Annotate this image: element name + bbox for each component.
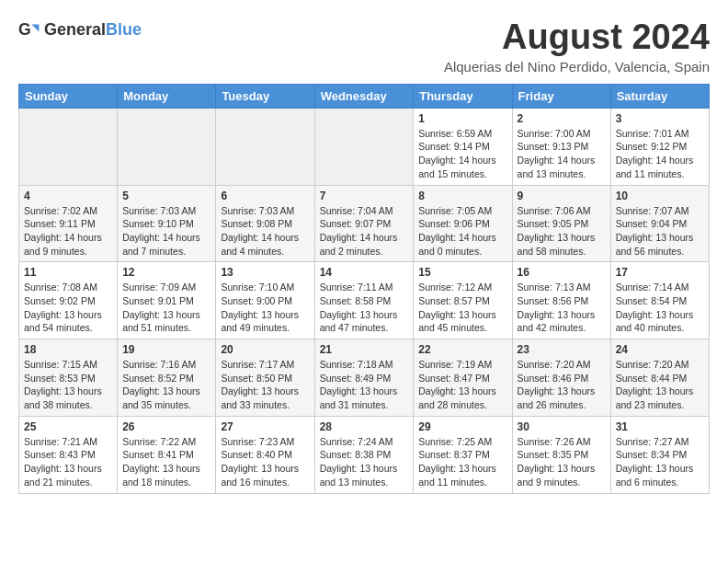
day-info: Sunrise: 7:09 AMSunset: 9:01 PMDaylight:… (122, 281, 210, 335)
table-cell (314, 108, 414, 185)
col-saturday: Saturday (610, 84, 709, 108)
table-cell (216, 108, 314, 185)
day-info: Sunrise: 7:20 AMSunset: 8:46 PMDaylight:… (518, 358, 606, 412)
day-number: 23 (518, 343, 606, 356)
day-info: Sunrise: 7:00 AMSunset: 9:13 PMDaylight:… (518, 127, 606, 181)
table-cell (118, 108, 216, 185)
day-info: Sunrise: 7:21 AMSunset: 8:43 PMDaylight:… (24, 435, 112, 489)
day-info: Sunrise: 7:14 AMSunset: 8:54 PMDaylight:… (616, 281, 704, 335)
day-info: Sunrise: 7:23 AMSunset: 8:40 PMDaylight:… (221, 435, 309, 489)
day-info: Sunrise: 7:17 AMSunset: 8:50 PMDaylight:… (221, 358, 309, 412)
month-year-title: August 2024 (444, 18, 710, 57)
day-info: Sunrise: 7:03 AMSunset: 9:10 PMDaylight:… (122, 204, 210, 259)
week-row-1: 1Sunrise: 6:59 AMSunset: 9:14 PMDaylight… (19, 108, 710, 185)
week-row-2: 4Sunrise: 7:02 AMSunset: 9:11 PMDaylight… (19, 185, 710, 262)
day-number: 4 (24, 190, 112, 202)
col-tuesday: Tuesday (216, 84, 314, 108)
table-cell: 13Sunrise: 7:10 AMSunset: 9:00 PMDayligh… (216, 262, 314, 339)
table-cell: 19Sunrise: 7:16 AMSunset: 8:52 PMDayligh… (118, 339, 216, 417)
table-cell: 18Sunrise: 7:15 AMSunset: 8:53 PMDayligh… (19, 339, 118, 417)
day-number: 10 (616, 190, 704, 202)
day-number: 3 (616, 112, 704, 125)
day-info: Sunrise: 7:26 AMSunset: 8:35 PMDaylight:… (518, 435, 606, 489)
table-cell: 10Sunrise: 7:07 AMSunset: 9:04 PMDayligh… (610, 185, 709, 262)
day-info: Sunrise: 7:11 AMSunset: 8:58 PMDaylight:… (320, 281, 409, 335)
table-cell: 3Sunrise: 7:01 AMSunset: 9:12 PMDaylight… (610, 108, 709, 185)
week-row-5: 25Sunrise: 7:21 AMSunset: 8:43 PMDayligh… (19, 416, 710, 493)
table-cell: 9Sunrise: 7:06 AMSunset: 9:05 PMDaylight… (512, 185, 610, 262)
table-cell: 26Sunrise: 7:22 AMSunset: 8:41 PMDayligh… (118, 416, 216, 493)
day-number: 13 (221, 266, 309, 279)
col-sunday: Sunday (19, 84, 118, 108)
day-info: Sunrise: 7:10 AMSunset: 9:00 PMDaylight:… (221, 281, 309, 335)
col-monday: Monday (118, 84, 216, 108)
day-number: 16 (518, 266, 606, 279)
svg-text:G: G (18, 20, 31, 39)
day-info: Sunrise: 7:03 AMSunset: 9:08 PMDaylight:… (221, 204, 309, 259)
table-cell: 11Sunrise: 7:08 AMSunset: 9:02 PMDayligh… (19, 262, 118, 339)
logo-general-text: General (44, 20, 106, 39)
day-number: 28 (320, 420, 409, 433)
page-header: G GeneralBlue August 2024 Alquerias del … (18, 18, 710, 75)
day-number: 20 (221, 343, 309, 356)
day-info: Sunrise: 7:06 AMSunset: 9:05 PMDaylight:… (518, 204, 606, 259)
svg-marker-1 (31, 24, 39, 31)
day-info: Sunrise: 7:08 AMSunset: 9:02 PMDaylight:… (24, 281, 112, 335)
table-cell: 31Sunrise: 7:27 AMSunset: 8:34 PMDayligh… (610, 416, 709, 493)
day-number: 11 (24, 266, 112, 279)
logo-blue-text: Blue (106, 20, 142, 39)
day-number: 18 (24, 343, 112, 356)
day-number: 2 (518, 112, 606, 125)
logo: G GeneralBlue (18, 18, 142, 40)
days-of-week-row: Sunday Monday Tuesday Wednesday Thursday… (19, 84, 710, 108)
location-subtitle: Alquerias del Nino Perdido, Valencia, Sp… (444, 59, 710, 75)
day-number: 8 (418, 190, 506, 202)
col-wednesday: Wednesday (314, 84, 414, 108)
table-cell: 29Sunrise: 7:25 AMSunset: 8:37 PMDayligh… (414, 416, 512, 493)
table-cell: 20Sunrise: 7:17 AMSunset: 8:50 PMDayligh… (216, 339, 314, 417)
table-cell: 30Sunrise: 7:26 AMSunset: 8:35 PMDayligh… (512, 416, 610, 493)
day-number: 6 (221, 190, 309, 202)
title-section: August 2024 Alquerias del Nino Perdido, … (444, 18, 710, 75)
table-cell: 28Sunrise: 7:24 AMSunset: 8:38 PMDayligh… (314, 416, 414, 493)
day-info: Sunrise: 7:22 AMSunset: 8:41 PMDaylight:… (122, 435, 210, 489)
day-info: Sunrise: 7:05 AMSunset: 9:06 PMDaylight:… (418, 204, 506, 259)
day-number: 27 (221, 420, 309, 433)
table-cell: 15Sunrise: 7:12 AMSunset: 8:57 PMDayligh… (414, 262, 512, 339)
table-cell: 24Sunrise: 7:20 AMSunset: 8:44 PMDayligh… (610, 339, 709, 417)
day-number: 14 (320, 266, 409, 279)
day-number: 25 (24, 420, 112, 433)
day-info: Sunrise: 7:12 AMSunset: 8:57 PMDaylight:… (418, 281, 506, 335)
day-number: 7 (320, 190, 409, 202)
table-cell: 5Sunrise: 7:03 AMSunset: 9:10 PMDaylight… (118, 185, 216, 262)
day-info: Sunrise: 7:20 AMSunset: 8:44 PMDaylight:… (616, 358, 704, 412)
table-cell: 12Sunrise: 7:09 AMSunset: 9:01 PMDayligh… (118, 262, 216, 339)
table-cell: 22Sunrise: 7:19 AMSunset: 8:47 PMDayligh… (414, 339, 512, 417)
table-cell (19, 108, 118, 185)
day-number: 15 (418, 266, 506, 279)
table-cell: 21Sunrise: 7:18 AMSunset: 8:49 PMDayligh… (314, 339, 414, 417)
day-number: 5 (122, 190, 210, 202)
col-friday: Friday (512, 84, 610, 108)
table-cell: 23Sunrise: 7:20 AMSunset: 8:46 PMDayligh… (512, 339, 610, 417)
logo-icon: G (18, 18, 40, 40)
day-info: Sunrise: 6:59 AMSunset: 9:14 PMDaylight:… (418, 127, 506, 181)
table-cell: 7Sunrise: 7:04 AMSunset: 9:07 PMDaylight… (314, 185, 414, 262)
day-number: 1 (418, 112, 506, 125)
calendar-table: Sunday Monday Tuesday Wednesday Thursday… (18, 84, 710, 494)
day-info: Sunrise: 7:27 AMSunset: 8:34 PMDaylight:… (616, 435, 704, 489)
day-info: Sunrise: 7:16 AMSunset: 8:52 PMDaylight:… (122, 358, 210, 412)
col-thursday: Thursday (414, 84, 512, 108)
day-number: 17 (616, 266, 704, 279)
day-number: 12 (122, 266, 210, 279)
table-cell: 1Sunrise: 6:59 AMSunset: 9:14 PMDaylight… (414, 108, 512, 185)
day-number: 29 (418, 420, 506, 433)
day-info: Sunrise: 7:18 AMSunset: 8:49 PMDaylight:… (320, 358, 409, 412)
day-info: Sunrise: 7:25 AMSunset: 8:37 PMDaylight:… (418, 435, 506, 489)
day-info: Sunrise: 7:01 AMSunset: 9:12 PMDaylight:… (616, 127, 704, 181)
day-info: Sunrise: 7:07 AMSunset: 9:04 PMDaylight:… (616, 204, 704, 259)
table-cell: 27Sunrise: 7:23 AMSunset: 8:40 PMDayligh… (216, 416, 314, 493)
table-cell: 4Sunrise: 7:02 AMSunset: 9:11 PMDaylight… (19, 185, 118, 262)
table-cell: 16Sunrise: 7:13 AMSunset: 8:56 PMDayligh… (512, 262, 610, 339)
table-cell: 6Sunrise: 7:03 AMSunset: 9:08 PMDaylight… (216, 185, 314, 262)
